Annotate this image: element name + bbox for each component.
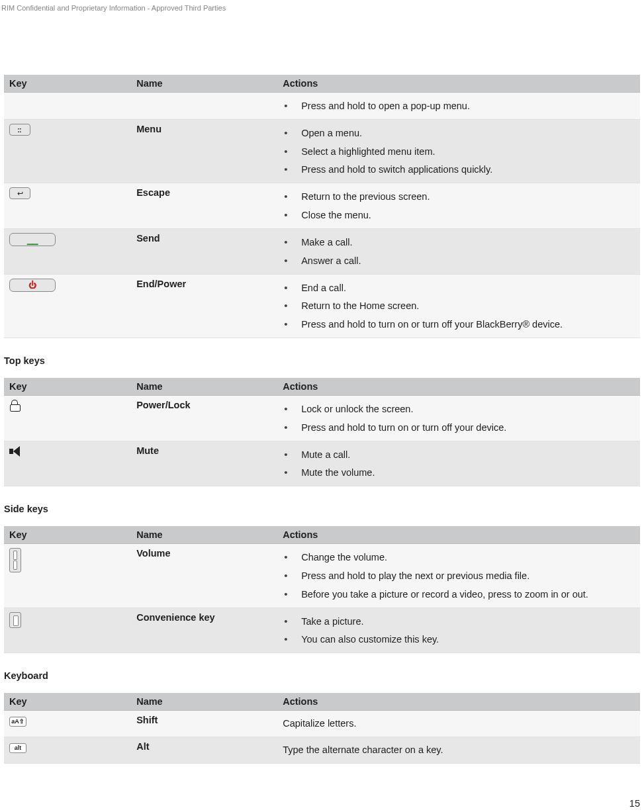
key-icon-cell bbox=[4, 93, 131, 120]
escape-key-icon: ↩ bbox=[9, 187, 30, 199]
table-row: ⏻End/Power•End a call.•Return to the Hom… bbox=[4, 274, 640, 338]
action-text: Make a call. bbox=[301, 234, 352, 251]
action-item: •Press and hold to open a pop-up menu. bbox=[283, 97, 635, 115]
col-key: Key bbox=[4, 526, 131, 544]
bullet-icon: • bbox=[283, 315, 301, 334]
action-item: •Return to the Home screen. bbox=[283, 296, 635, 315]
key-name-cell: Power/Lock bbox=[131, 395, 277, 441]
actions-cell: •Take a picture.•You can also customize … bbox=[277, 608, 640, 653]
table-row: Volume•Change the volume.•Press and hold… bbox=[4, 544, 640, 608]
key-icon-cell: alt bbox=[4, 737, 131, 764]
action-item: •Press and hold to turn on or turn off y… bbox=[283, 418, 635, 437]
bullet-icon: • bbox=[283, 566, 301, 585]
bullet-icon: • bbox=[283, 630, 301, 649]
front-keys-table: Key Name Actions •Press and hold to open… bbox=[4, 75, 640, 338]
bullet-icon: • bbox=[283, 296, 301, 315]
bullet-icon: • bbox=[283, 97, 301, 115]
send-key-icon: ⎯⎯ bbox=[9, 233, 56, 246]
action-text: Change the volume. bbox=[301, 549, 387, 566]
action-text: Press and hold to turn on or turn off yo… bbox=[301, 316, 563, 334]
table-row: Convenience key•Take a picture.•You can … bbox=[4, 608, 640, 653]
action-text: Press and hold to play the next or previ… bbox=[301, 567, 529, 585]
end-power-key-icon: ⏻ bbox=[9, 279, 56, 292]
action-item: •End a call. bbox=[283, 279, 635, 297]
alt-key-icon: alt bbox=[9, 743, 26, 753]
action-text: Press and hold to turn on or turn off yo… bbox=[301, 419, 506, 437]
col-name: Name bbox=[131, 75, 277, 93]
key-name-cell: End/Power bbox=[131, 274, 277, 338]
actions-cell: •Return to the previous screen.•Close th… bbox=[277, 183, 640, 229]
action-text: Capitalize letters. bbox=[283, 715, 635, 733]
bullet-icon: • bbox=[283, 124, 301, 142]
key-icon-cell: ⏻ bbox=[4, 274, 131, 338]
col-key: Key bbox=[4, 693, 131, 711]
col-key: Key bbox=[4, 75, 131, 93]
action-item: •Close the menu. bbox=[283, 206, 635, 224]
table-row: Power/Lock•Lock or unlock the screen.•Pr… bbox=[4, 395, 640, 441]
actions-cell: •Press and hold to open a pop-up menu. bbox=[277, 93, 640, 120]
col-key: Key bbox=[4, 378, 131, 396]
heading-keyboard: Keyboard bbox=[4, 670, 640, 681]
bullet-icon: • bbox=[283, 279, 301, 297]
actions-cell: Capitalize letters. bbox=[277, 711, 640, 737]
key-name-cell: Alt bbox=[131, 737, 277, 764]
col-actions: Actions bbox=[277, 526, 640, 544]
action-text: Lock or unlock the screen. bbox=[301, 400, 413, 418]
table-row: ⎯⎯Send•Make a call.•Answer a call. bbox=[4, 228, 640, 274]
bullet-icon: • bbox=[283, 612, 301, 631]
action-item: •Press and hold to turn on or turn off y… bbox=[283, 315, 635, 334]
bullet-icon: • bbox=[283, 233, 301, 251]
action-item: •Select a highlighted menu item. bbox=[283, 142, 635, 161]
key-name-cell: Send bbox=[131, 228, 277, 274]
col-actions: Actions bbox=[277, 378, 640, 396]
convenience-key-icon bbox=[9, 612, 21, 628]
bullet-icon: • bbox=[283, 463, 301, 482]
action-item: •Change the volume. bbox=[283, 548, 635, 566]
action-item: •Press and hold to play the next or prev… bbox=[283, 566, 635, 585]
actions-cell: •Mute a call.•Mute the volume. bbox=[277, 441, 640, 486]
bullet-icon: • bbox=[283, 548, 301, 566]
bullet-icon: • bbox=[283, 187, 301, 206]
action-item: •Open a menu. bbox=[283, 124, 635, 142]
volume-key-icon bbox=[9, 548, 21, 572]
action-text: Type the alternate character on a key. bbox=[283, 741, 635, 759]
action-text: Open a menu. bbox=[301, 124, 362, 142]
key-name-cell: Mute bbox=[131, 441, 277, 486]
key-name-cell bbox=[131, 93, 277, 120]
col-name: Name bbox=[131, 693, 277, 711]
actions-cell: •End a call.•Return to the Home screen.•… bbox=[277, 274, 640, 338]
table-row: altAltType the alternate character on a … bbox=[4, 737, 640, 764]
document-page: { "rim_header": "RIM Confidential and Pr… bbox=[0, 0, 644, 809]
heading-side-keys: Side keys bbox=[4, 504, 640, 514]
action-item: •Mute a call. bbox=[283, 445, 635, 464]
action-text: Press and hold to open a pop-up menu. bbox=[301, 97, 470, 115]
key-icon-cell bbox=[4, 395, 131, 441]
actions-cell: •Make a call.•Answer a call. bbox=[277, 228, 640, 274]
col-name: Name bbox=[131, 378, 277, 396]
mute-icon bbox=[9, 445, 23, 457]
bullet-icon: • bbox=[283, 206, 301, 224]
key-name-cell: Escape bbox=[131, 183, 277, 229]
shift-key-icon: aA⇧ bbox=[9, 717, 26, 727]
action-item: •Return to the previous screen. bbox=[283, 187, 635, 206]
menu-key-icon: :: bbox=[9, 124, 30, 136]
key-icon-cell bbox=[4, 608, 131, 653]
top-keys-table: Key Name Actions Power/Lock•Lock or unlo… bbox=[4, 378, 640, 486]
action-text: Before you take a picture or record a vi… bbox=[301, 586, 588, 604]
heading-top-keys: Top keys bbox=[4, 355, 640, 366]
actions-cell: •Change the volume.•Press and hold to pl… bbox=[277, 544, 640, 608]
action-text: Mute a call. bbox=[301, 446, 350, 464]
col-actions: Actions bbox=[277, 75, 640, 93]
action-text: Select a highlighted menu item. bbox=[301, 143, 435, 161]
actions-cell: Type the alternate character on a key. bbox=[277, 737, 640, 764]
key-name-cell: Convenience key bbox=[131, 608, 277, 653]
action-item: •You can also customize this key. bbox=[283, 630, 635, 649]
table-row: ↩Escape•Return to the previous screen.•C… bbox=[4, 183, 640, 229]
action-text: You can also customize this key. bbox=[301, 631, 439, 649]
key-icon-cell: :: bbox=[4, 119, 131, 183]
bullet-icon: • bbox=[283, 418, 301, 437]
keyboard-table: Key Name Actions aA⇧ShiftCapitalize lett… bbox=[4, 693, 640, 764]
bullet-icon: • bbox=[283, 445, 301, 464]
action-text: Return to the Home screen. bbox=[301, 297, 419, 315]
action-item: •Lock or unlock the screen. bbox=[283, 400, 635, 418]
